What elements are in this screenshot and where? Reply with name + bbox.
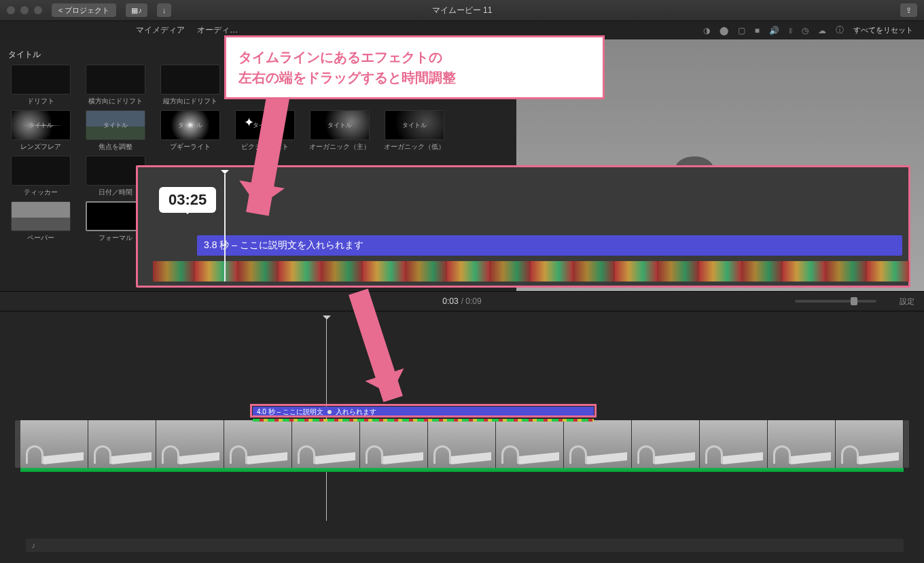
title-thumb[interactable]: タイトルレンズフレア — [8, 110, 73, 152]
annotation-highlight-lower — [250, 404, 597, 417]
total-time: 0:09 — [465, 296, 481, 306]
info-icon[interactable]: ⓘ — [836, 24, 844, 36]
share-button[interactable]: ⇪ — [900, 3, 917, 17]
title-thumb[interactable]: タイトルオーガニック（主） — [307, 110, 372, 152]
trim-handle-right[interactable] — [904, 420, 909, 468]
timeline-settings-button[interactable]: 設定 — [900, 296, 914, 307]
skimmer-playhead[interactable] — [224, 174, 226, 282]
stabilize-icon[interactable]: ■ — [755, 26, 760, 35]
crop-icon[interactable]: ▢ — [738, 26, 745, 35]
titlebar: < プロジェクト ▦♪ ↓ マイムービー 11 ⇪ — [0, 0, 924, 20]
video-track[interactable] — [20, 420, 904, 468]
title-thumb[interactable]: タイトル焦点を調整 — [83, 110, 148, 152]
title-thumb[interactable]: タイトルブギーライト — [158, 110, 223, 152]
window-controls[interactable] — [7, 6, 42, 14]
volume-icon[interactable]: 🔊 — [769, 26, 779, 35]
title-thumb[interactable]: ドリフト — [8, 65, 73, 106]
library-view-button[interactable]: ▦♪ — [126, 3, 147, 17]
music-icon: ♪ — [31, 541, 35, 550]
time-bubble: 03:25 — [159, 187, 216, 213]
title-thumb[interactable]: 縦方向にドリフト — [158, 65, 223, 106]
timecode-bar: 0:03 / 0:09 設定 — [0, 291, 924, 311]
color-balance-icon[interactable]: ◑ — [703, 26, 710, 35]
title-clip-upper[interactable]: 3.8 秒 – ここに説明文を入れられます — [197, 235, 902, 256]
noise-icon[interactable]: ⫴ — [789, 26, 792, 35]
clip-color-strip — [253, 419, 594, 422]
title-thumb[interactable]: ペーパー — [8, 201, 73, 243]
color-correction-icon[interactable]: ⬤ — [719, 26, 728, 35]
tab-audio[interactable]: オーディ… — [197, 24, 238, 36]
timeline[interactable]: 4.0 秒 – ここに説明文入れられます ♪ — [0, 311, 924, 563]
clip-filmstrip-upper[interactable] — [153, 261, 909, 282]
annotation-callout: タイムラインにあるエフェクトの 左右の端をドラッグすると時間調整 — [224, 35, 605, 99]
import-button[interactable]: ↓ — [157, 3, 172, 17]
title-thumb[interactable]: タイトルオーガニック（低） — [382, 110, 447, 152]
title-thumb[interactable]: 横方向にドリフト — [83, 65, 148, 106]
audio-track[interactable]: ♪ — [26, 539, 904, 552]
trim-handle-left[interactable] — [15, 420, 20, 468]
filter-icon[interactable]: ☁ — [818, 26, 826, 35]
timeline-zoom-slider[interactable] — [795, 300, 876, 303]
inspector-tools: ◑ ⬤ ▢ ■ 🔊 ⫴ ◷ ☁ ⓘ すべてをリセット — [703, 24, 924, 36]
speed-icon[interactable]: ◷ — [802, 26, 808, 35]
back-to-projects-button[interactable]: < プロジェクト — [52, 3, 116, 17]
title-thumb[interactable]: ティッカー — [8, 156, 73, 197]
reset-all-button[interactable]: すべてをリセット — [853, 25, 913, 35]
window-title: マイムービー 11 — [432, 5, 493, 16]
tab-my-media[interactable]: マイメディア — [136, 24, 185, 36]
time-separator: / — [461, 296, 466, 306]
current-time: 0:03 — [442, 296, 458, 306]
